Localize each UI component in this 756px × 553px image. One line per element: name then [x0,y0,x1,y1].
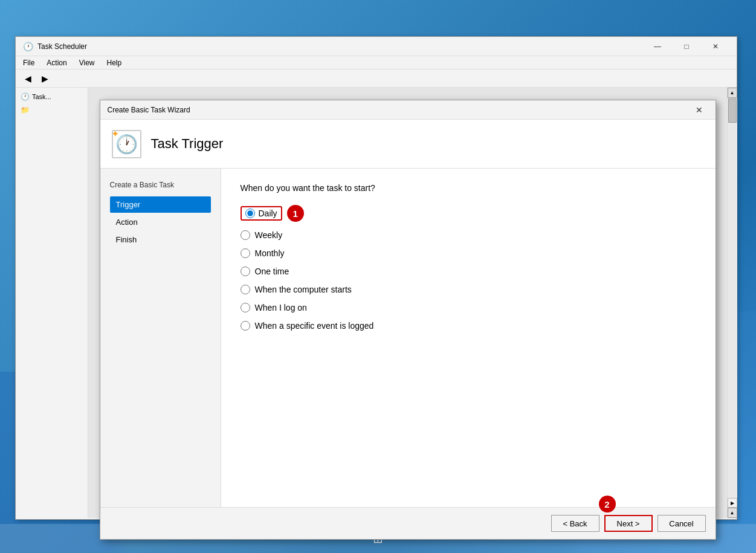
window-title: Task Scheduler [37,42,639,51]
window-icon: 🕐 [23,42,33,51]
menu-file[interactable]: File [18,57,39,68]
wizard-content: When do you want the task to start? Dail… [221,169,716,507]
radio-option-monthly[interactable]: Monthly [241,248,696,258]
dialog-body: Create a Basic Task Trigger Action Finis… [100,169,716,507]
radio-option-one-time[interactable]: One time [241,267,696,276]
radio-one-time[interactable] [241,267,250,276]
radio-monthly-label: Monthly [255,248,285,258]
window-menubar: File Action View Help [16,56,737,70]
back-button[interactable]: < Back [551,515,599,532]
window-close-button[interactable]: ✕ [702,38,729,55]
wizard-nav: Create a Basic Task Trigger Action Finis… [100,169,221,507]
dialog-header-title: Task Trigger [151,136,224,152]
dialog-header-icon: ✦ 🕐 [112,129,141,158]
radio-event-logged[interactable] [241,321,250,331]
minimize-button[interactable]: — [644,38,671,55]
radio-option-event-logged[interactable]: When a specific event is logged [241,321,696,331]
menu-action[interactable]: Action [42,57,71,68]
dialog-overlay: Create Basic Task Wizard ✕ ✦ 🕐 Task Trig… [88,88,727,518]
sidebar-item-task[interactable]: 🕐 Task... [16,90,88,103]
scroll-track[interactable] [728,98,737,498]
dialog-titlebar: Create Basic Task Wizard ✕ [100,100,716,120]
wizard-nav-action[interactable]: Action [110,214,211,230]
dialog-close-button[interactable]: ✕ [690,103,708,117]
next-button[interactable]: Next > [604,515,653,532]
radio-option-weekly[interactable]: Weekly [241,230,696,240]
radio-option-computer-starts[interactable]: When the computer starts [241,285,696,294]
radio-weekly[interactable] [241,230,250,240]
radio-monthly[interactable] [241,248,250,258]
step2-badge: 2 [599,496,616,513]
daily-highlight-box: Daily [241,206,282,221]
wizard-question: When do you want the task to start? [241,183,696,193]
step2-badge-container: 2 [599,496,616,513]
dialog-footer: 2 < Back Next > Cancel [100,507,716,539]
radio-one-time-label: One time [255,267,289,276]
window-titlebar: 🕐 Task Scheduler — □ ✕ [16,37,737,56]
dialog-header: ✦ 🕐 Task Trigger [100,120,716,169]
task-scheduler-window: 🕐 Task Scheduler — □ ✕ File Action View … [15,36,737,520]
radio-event-logged-label: When a specific event is logged [255,321,374,331]
radio-option-log-on[interactable]: When I log on [241,303,696,312]
sidebar-panel: 🕐 Task... 📁 [16,88,88,518]
sidebar-task-label: Task... [32,93,51,100]
scroll-expand-arrow[interactable]: ▶ [728,498,737,508]
radio-log-on-label: When I log on [255,303,307,312]
radio-daily[interactable] [245,209,255,218]
radio-option-daily[interactable]: Daily 1 [241,205,696,222]
scroll-down-arrow[interactable]: ▲ [728,508,737,518]
window-toolbar: ◀ ▶ [16,70,737,88]
maximize-button[interactable]: □ [673,38,700,55]
clock-icon: 🕐 [21,92,30,101]
window-controls: — □ ✕ [644,38,729,55]
sidebar-item-folder[interactable]: 📁 [16,103,88,117]
window-content: 🕐 Task... 📁 Create Basic Task Wizard ✕ [16,88,737,518]
scrollbar-right: ▲ ▶ ▲ [727,88,737,518]
radio-weekly-label: Weekly [255,230,283,240]
header-star-icon: ✦ [111,128,119,140]
scroll-thumb [728,99,737,123]
radio-computer-starts-label: When the computer starts [255,285,352,294]
cancel-button[interactable]: Cancel [657,515,706,532]
menu-view[interactable]: View [74,57,100,68]
wizard-nav-section-label: Create a Basic Task [110,181,211,189]
dialog-title: Create Basic Task Wizard [108,106,690,114]
radio-daily-label: Daily [259,209,277,218]
step1-badge: 1 [287,205,304,222]
create-basic-task-dialog: Create Basic Task Wizard ✕ ✦ 🕐 Task Trig… [100,100,716,540]
scroll-up-arrow[interactable]: ▲ [728,88,737,98]
toolbar-back-button[interactable]: ◀ [21,72,35,85]
wizard-nav-finish[interactable]: Finish [110,231,211,248]
folder-icon: 📁 [21,106,30,114]
main-content: Create Basic Task Wizard ✕ ✦ 🕐 Task Trig… [88,88,727,518]
menu-help[interactable]: Help [102,57,127,68]
radio-log-on[interactable] [241,303,250,312]
wizard-nav-trigger[interactable]: Trigger [110,196,211,213]
radio-computer-starts[interactable] [241,285,250,294]
toolbar-forward-button[interactable]: ▶ [37,72,52,85]
